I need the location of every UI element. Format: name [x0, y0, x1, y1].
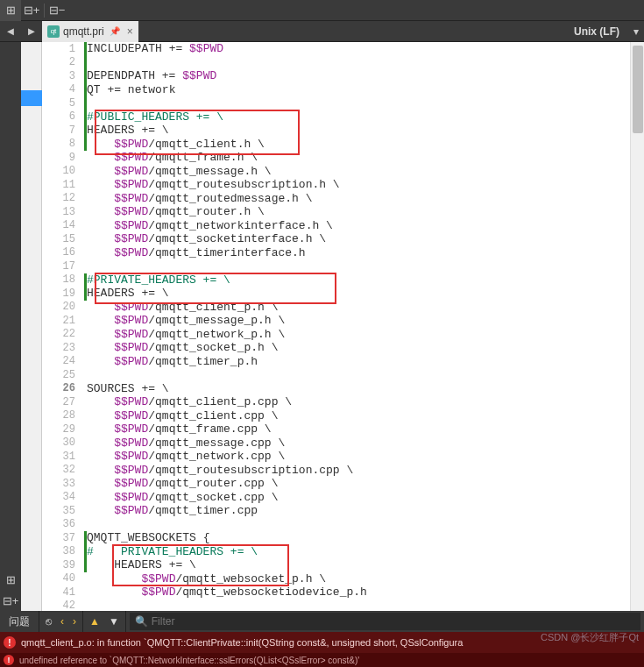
- code-line[interactable]: 5: [42, 96, 630, 110]
- code-line[interactable]: 10 $$PWD/qmqtt_message.h \: [42, 165, 630, 179]
- line-number: 1: [42, 43, 84, 55]
- line-number: 36: [42, 518, 84, 530]
- code-line[interactable]: 8 $$PWD/qmqtt_client.h \: [42, 138, 630, 152]
- filter-funnel-icon[interactable]: ▼: [106, 615, 122, 628]
- code-line[interactable]: 20 $$PWD/qmqtt_client_p.h \: [42, 301, 630, 315]
- error-row-1[interactable]: ! qmqtt_client_p.o: in function `QMQTT::…: [0, 632, 644, 653]
- code-line[interactable]: 18#PRIVATE_HEADERS += \: [42, 273, 630, 287]
- code-line[interactable]: 42: [42, 600, 630, 612]
- code-text: $$PWD/qmqtt_networkinterface.h \: [87, 219, 630, 232]
- line-number: 17: [42, 260, 84, 273]
- rail-add-icon[interactable]: ⊟+: [0, 590, 21, 611]
- code-line[interactable]: 39 HEADERS += \: [42, 558, 630, 572]
- code-line[interactable]: 3DEPENDPATH += $$PWD: [42, 69, 630, 83]
- code-line[interactable]: 21 $$PWD/qmqtt_message_p.h \: [42, 314, 630, 328]
- code-line[interactable]: 15 $$PWD/qmqtt_socketinterface.h \: [42, 232, 630, 246]
- line-number: 32: [42, 464, 84, 476]
- code-line[interactable]: 28 $$PWD/qmqtt_client.cpp \: [42, 409, 630, 423]
- project-selection: [21, 90, 42, 106]
- code-line[interactable]: 27 $$PWD/qmqtt_client_p.cpp \: [42, 395, 630, 409]
- code-line[interactable]: 24 $$PWD/qmqtt_timer_p.h: [42, 355, 630, 369]
- code-line[interactable]: 7HEADERS += \: [42, 124, 630, 138]
- code-line[interactable]: 41 $$PWD/qmqtt_websocketiodevice_p.h: [42, 585, 630, 600]
- code-text: $$PWD/qmqtt_frame.h \: [87, 151, 630, 164]
- code-line[interactable]: 38# PRIVATE_HEADERS += \: [42, 545, 630, 559]
- remove-split-icon[interactable]: ⊟−: [46, 0, 67, 21]
- code-line[interactable]: 11 $$PWD/qmqtt_routesubscription.h \: [42, 178, 630, 192]
- scroll-thumb[interactable]: [633, 46, 643, 133]
- pin-icon[interactable]: 📌: [110, 26, 120, 36]
- code-text: $$PWD/qmqtt_timer_p.h: [87, 355, 630, 368]
- file-tab-active[interactable]: qt qmqtt.pri 📌 ×: [42, 21, 138, 42]
- line-number: 16: [42, 246, 84, 259]
- code-line[interactable]: 17: [42, 259, 630, 273]
- project-panel[interactable]: [21, 42, 42, 611]
- code-text: $$PWD/qmqtt_message.cpp \: [87, 436, 630, 450]
- layout-icon[interactable]: ⊞: [0, 0, 21, 21]
- problems-tab[interactable]: 问题: [0, 611, 39, 632]
- search-icon: 🔍: [135, 615, 148, 628]
- top-toolbar: ⊞ ⊟+ ⊟−: [0, 0, 644, 21]
- code-line[interactable]: 12 $$PWD/qmqtt_routedmessage.h \: [42, 192, 630, 206]
- code-line[interactable]: 14 $$PWD/qmqtt_networkinterface.h \: [42, 219, 630, 233]
- line-number: 18: [42, 273, 84, 286]
- code-line[interactable]: 23 $$PWD/qmqtt_socket_p.h \: [42, 341, 630, 355]
- error-row-2[interactable]: ! undefined reference to `QMQTT::Network…: [0, 653, 644, 667]
- code-line[interactable]: 29 $$PWD/qmqtt_frame.cpp \: [42, 422, 630, 436]
- code-line[interactable]: 4QT += network: [42, 83, 630, 97]
- code-line[interactable]: 13 $$PWD/qmqtt_router.h \: [42, 205, 630, 219]
- error-icon: !: [4, 655, 14, 665]
- code-text: $$PWD/qmqtt_routesubscription.h \: [87, 178, 630, 191]
- code-line[interactable]: 9 $$PWD/qmqtt_frame.h \: [42, 151, 630, 165]
- code-line[interactable]: 35 $$PWD/qmqtt_timer.cpp: [42, 504, 630, 518]
- prev-issue-icon[interactable]: ‹: [58, 615, 67, 628]
- code-line[interactable]: 16 $$PWD/qmqtt_timerinterface.h: [42, 246, 630, 260]
- next-tab-icon[interactable]: ►: [21, 21, 42, 42]
- code-line[interactable]: 40 $$PWD/qmqtt_websocket_p.h \: [42, 572, 630, 586]
- line-number: 28: [42, 409, 84, 422]
- line-number: 30: [42, 436, 84, 449]
- code-line[interactable]: 6#PUBLIC_HEADERS += \: [42, 110, 630, 124]
- filter-box[interactable]: 🔍: [130, 613, 640, 630]
- code-line[interactable]: 37QMQTT_WEBSOCKETS {: [42, 531, 630, 545]
- code-line[interactable]: 19HEADERS += \: [42, 287, 630, 301]
- rail-layout-icon[interactable]: ⊞: [0, 569, 21, 590]
- file-tab-name: qmqtt.pri: [63, 25, 104, 38]
- next-issue-icon[interactable]: ›: [70, 615, 79, 628]
- vertical-scrollbar[interactable]: [630, 42, 644, 611]
- code-line[interactable]: 22 $$PWD/qmqtt_network_p.h \: [42, 328, 630, 342]
- code-line[interactable]: 30 $$PWD/qmqtt_message.cpp \: [42, 436, 630, 451]
- add-split-icon[interactable]: ⊟+: [21, 0, 42, 21]
- code-line[interactable]: 33 $$PWD/qmqtt_router.cpp \: [42, 477, 630, 491]
- close-tab-icon[interactable]: ×: [127, 25, 133, 38]
- error-icon: !: [4, 636, 16, 649]
- warning-icon[interactable]: ▲: [87, 615, 103, 628]
- tab-menu-icon[interactable]: ▾: [628, 25, 644, 38]
- code-text: $$PWD/qmqtt_router.h \: [87, 205, 630, 218]
- code-line[interactable]: 34 $$PWD/qmqtt_socket.cpp \: [42, 491, 630, 505]
- code-line[interactable]: 2: [42, 56, 630, 70]
- filter-input[interactable]: [152, 615, 635, 628]
- code-line[interactable]: 36: [42, 518, 630, 532]
- goto-icon[interactable]: ⎋: [43, 615, 54, 628]
- code-editor[interactable]: 1INCLUDEPATH += $$PWD23DEPENDPATH += $$P…: [42, 42, 644, 611]
- change-marker: [84, 96, 87, 110]
- error-text-1: qmqtt_client_p.o: in function `QMQTT::Cl…: [21, 637, 463, 648]
- code-line[interactable]: 31 $$PWD/qmqtt_network.cpp \: [42, 450, 630, 464]
- code-text: $$PWD/qmqtt_routesubscription.cpp \: [87, 464, 630, 477]
- code-line[interactable]: 32 $$PWD/qmqtt_routesubscription.cpp \: [42, 464, 630, 478]
- change-marker: [84, 600, 87, 612]
- code-text: #PUBLIC_HEADERS += \: [87, 110, 630, 124]
- line-number: 41: [42, 586, 84, 599]
- code-line[interactable]: 26SOURCES += \: [42, 382, 630, 396]
- line-number: 40: [42, 572, 84, 585]
- code-text: $$PWD/qmqtt_message.h \: [87, 165, 630, 178]
- line-number: 27: [42, 396, 84, 408]
- code-line[interactable]: 25: [42, 368, 630, 382]
- line-number: 26: [42, 382, 84, 394]
- line-ending-label[interactable]: Unix (LF): [565, 25, 628, 38]
- prev-tab-icon[interactable]: ◄: [0, 21, 21, 42]
- line-number: 22: [42, 328, 84, 340]
- code-line[interactable]: 1INCLUDEPATH += $$PWD: [42, 42, 630, 56]
- line-number: 2: [42, 56, 84, 68]
